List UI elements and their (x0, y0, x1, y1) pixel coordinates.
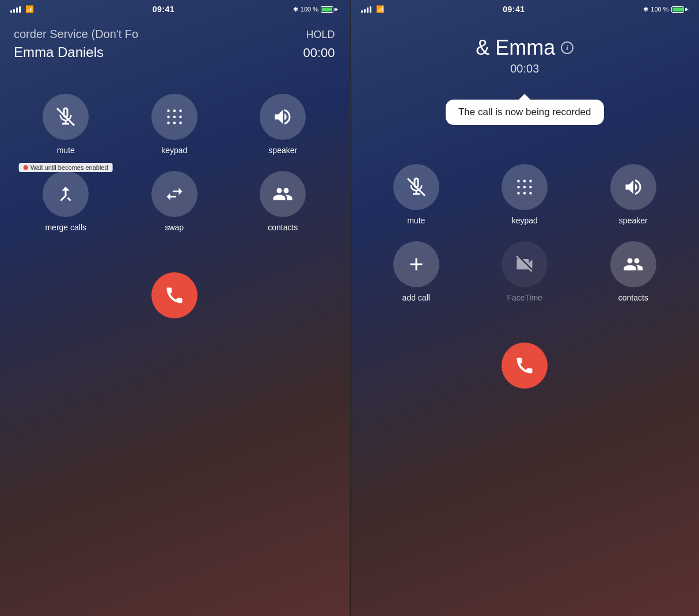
info-icon[interactable]: i (561, 41, 573, 54)
left-clock: 09:41 (153, 5, 174, 14)
tooltip-dot (24, 165, 28, 170)
svg-point-17 (518, 192, 521, 195)
right-call-info: & Emma i 00:03 (351, 18, 700, 80)
signal-bar-1 (10, 10, 12, 13)
add-call-label: add call (402, 293, 430, 302)
merge-calls-circle[interactable] (43, 171, 89, 217)
speaker-label: speaker (268, 146, 297, 155)
battery-body (321, 6, 333, 13)
right-buttons-grid: mute keypad (351, 147, 700, 314)
right-mute-circle[interactable] (393, 164, 439, 210)
facetime-circle[interactable] (502, 241, 548, 287)
signal-bar-2 (13, 9, 15, 13)
keypad-label: keypad (161, 146, 187, 155)
right-signal-bar-2 (364, 9, 366, 13)
right-battery-area: ✱ 100 % + (643, 6, 689, 13)
call-hold-row: corder Service (Don't Fo HOLD (14, 28, 335, 41)
right-keypad-circle[interactable] (502, 164, 548, 210)
mute-button-container: mute Wait until becomes enabled (17, 94, 115, 155)
plus-icon (406, 254, 427, 275)
caller-name: Emma Daniels (14, 44, 104, 60)
svg-point-3 (179, 109, 182, 112)
left-status-bar: 📶 09:41 ✱ 100 % + (0, 0, 349, 18)
hold-badge: HOLD (306, 29, 335, 41)
right-keypad-button[interactable]: keypad (476, 164, 573, 225)
right-contacts-circle[interactable] (610, 241, 656, 287)
right-signal-area: 📶 (361, 5, 385, 13)
speaker-button[interactable]: speaker (234, 94, 332, 155)
contacts-icon (272, 184, 293, 204)
swap-button[interactable]: swap (126, 171, 223, 232)
right-speaker-button[interactable]: speaker (585, 164, 682, 225)
right-bluetooth-icon: ✱ (643, 6, 648, 13)
recording-notification: The call is now being recorded (446, 100, 604, 125)
svg-point-2 (173, 109, 176, 112)
svg-point-11 (518, 180, 521, 182)
add-call-circle[interactable] (393, 241, 439, 287)
battery-icon: + (321, 6, 338, 13)
left-contacts-circle[interactable] (260, 171, 306, 217)
svg-point-8 (173, 121, 176, 124)
tooltip-text: Wait until becomes enabled (31, 164, 108, 171)
right-signal-bar-1 (361, 10, 363, 13)
battery-percent: 100 % (301, 6, 318, 13)
right-call-timer: 00:03 (364, 62, 686, 75)
right-phone-screen: 📶 09:41 ✱ 100 % + & Emma i 00:03 The cal… (351, 0, 700, 616)
svg-point-16 (530, 186, 533, 189)
svg-point-4 (167, 116, 170, 119)
signal-bar-3 (16, 7, 18, 13)
signal-bar-4 (19, 6, 21, 13)
facetime-button[interactable]: FaceTime (476, 241, 573, 302)
keypad-circle[interactable] (151, 94, 197, 140)
swap-label: swap (165, 223, 184, 232)
svg-point-1 (167, 109, 170, 112)
battery-fill (322, 7, 332, 12)
mute-circle[interactable] (43, 94, 89, 140)
speaker-circle[interactable] (260, 94, 306, 140)
svg-point-12 (523, 180, 526, 182)
right-volume-icon (623, 177, 644, 197)
right-caller-name: & Emma (476, 36, 555, 60)
grid-icon (164, 107, 185, 127)
svg-point-14 (518, 186, 521, 189)
right-caller-name-row: & Emma i (364, 36, 686, 60)
left-contacts-button[interactable]: contacts (234, 171, 332, 232)
keypad-button[interactable]: keypad (126, 94, 223, 155)
merge-calls-button[interactable]: merge calls (17, 171, 115, 232)
left-contacts-label: contacts (268, 223, 298, 232)
signal-bars-icon (10, 6, 21, 13)
add-call-button[interactable]: add call (368, 241, 465, 302)
svg-point-6 (179, 116, 182, 119)
microphone-slash-icon (55, 107, 76, 127)
left-call-info: corder Service (Don't Fo HOLD Emma Danie… (0, 18, 349, 65)
right-end-call-button[interactable] (502, 343, 548, 389)
right-wifi-icon: 📶 (376, 5, 385, 13)
call-service-name: corder Service (Don't Fo (14, 28, 138, 41)
right-speaker-circle[interactable] (610, 164, 656, 210)
swap-circle[interactable] (151, 171, 197, 217)
facetime-icon (514, 254, 535, 275)
merge-icon (55, 184, 76, 204)
right-contacts-button[interactable]: contacts (585, 241, 682, 302)
tooltip-wait: Wait until becomes enabled (19, 163, 113, 172)
right-mute-button[interactable]: mute (368, 164, 465, 225)
call-timer: 00:00 (303, 45, 335, 60)
left-signal-area: 📶 (10, 5, 34, 13)
svg-point-5 (173, 116, 176, 119)
right-contacts-label: contacts (618, 293, 648, 302)
right-contacts-icon (623, 254, 644, 275)
mute-label: mute (57, 146, 75, 155)
svg-point-7 (167, 121, 170, 124)
right-mute-label: mute (407, 216, 425, 225)
right-end-call-icon (514, 355, 535, 376)
right-speaker-label: speaker (619, 216, 648, 225)
svg-point-18 (523, 192, 526, 195)
volume-icon (272, 107, 293, 127)
right-clock: 09:41 (503, 5, 525, 14)
end-call-icon (164, 285, 185, 306)
svg-point-19 (530, 192, 533, 195)
right-status-bar: 📶 09:41 ✱ 100 % + (351, 0, 700, 18)
mute-button[interactable]: mute (43, 94, 89, 155)
swap-icon (164, 184, 185, 204)
left-end-call-button[interactable] (151, 272, 197, 318)
